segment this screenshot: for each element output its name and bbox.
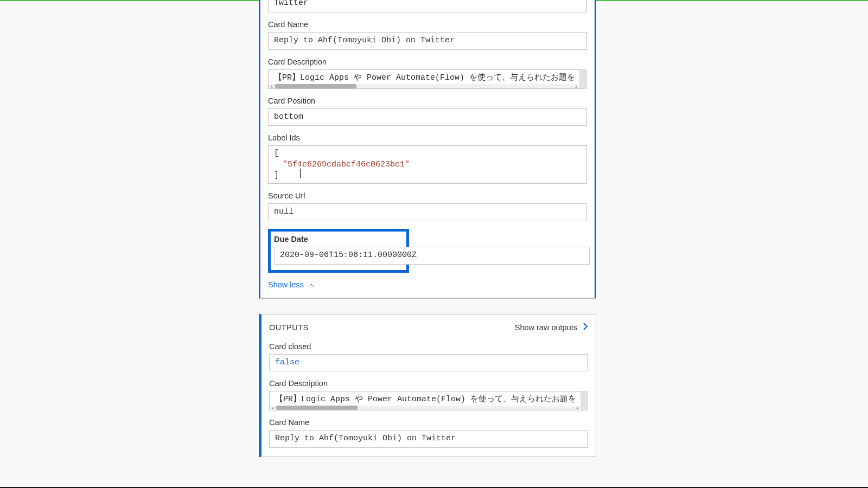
vertical-spin-control[interactable]: ˄ ˅ [579, 70, 587, 88]
spin-up-icon[interactable]: ˄ [580, 392, 588, 397]
field-card-name: Card Name Reply to Ahf(Tomoyuki Obi) on … [268, 20, 587, 50]
field-list: Twitter [268, 0, 587, 12]
field-source-url: Source Url null [268, 191, 587, 221]
json-close-bracket: ] [274, 170, 581, 181]
json-open-bracket: [ [274, 148, 581, 159]
card-description-input[interactable]: 【PR】Logic Apps や Power Automate(Flow) を使… [268, 69, 587, 89]
run-details-column: Twitter Card Name Reply to Ahf(Tomoyuki … [259, 0, 596, 488]
field-output-card-description: Card Description 【PR】Logic Apps や Power … [269, 379, 588, 410]
outputs-panel: OUTPUTS Show raw outputs Card closed fal… [259, 314, 596, 458]
scroll-right-icon[interactable]: › [573, 84, 579, 89]
source-url-label: Source Url [268, 191, 587, 200]
outputs-header: OUTPUTS Show raw outputs [269, 314, 588, 340]
horizontal-scrollbar-thumb[interactable] [276, 406, 358, 410]
scroll-right-icon[interactable]: › [575, 405, 580, 410]
card-closed-value: false [275, 358, 299, 367]
output-card-name-input[interactable]: Reply to Ahf(Tomoyuki Obi) on Twitter [269, 430, 588, 448]
scroll-left-icon[interactable]: ‹ [269, 84, 275, 89]
panel-gap [259, 299, 596, 314]
field-output-card-name: Card Name Reply to Ahf(Tomoyuki Obi) on … [269, 418, 588, 448]
card-description-label: Card Description [268, 57, 587, 66]
show-raw-outputs-link[interactable]: Show raw outputs [515, 322, 588, 333]
show-less-text: Show less [268, 280, 304, 289]
card-description-text: 【PR】Logic Apps や Power Automate(Flow) を使… [274, 73, 575, 82]
json-string-value: "5f4e6269cdabcf46c0623bc1" [283, 159, 581, 170]
due-date-label: Due Date [274, 235, 402, 243]
card-position-label: Card Position [268, 97, 587, 105]
show-raw-outputs-text: Show raw outputs [515, 323, 577, 332]
outputs-title: OUTPUTS [269, 323, 309, 332]
source-url-input[interactable]: null [268, 203, 587, 221]
card-closed-input[interactable]: false [269, 354, 588, 372]
field-card-description: Card Description 【PR】Logic Apps や Power … [268, 57, 587, 89]
field-label-ids: Label Ids [ "5f4e6269cdabcf46c0623bc1" ] [268, 133, 587, 184]
card-closed-label: Card closed [269, 342, 588, 351]
due-date-input[interactable]: 2020-09-06T15:06:11.0000000Z [274, 247, 590, 265]
chevron-up-icon [308, 281, 315, 290]
label-ids-label: Label Ids [268, 133, 587, 142]
spin-down-icon[interactable]: ˅ [580, 404, 588, 409]
vertical-spin-control[interactable]: ˄ ˅ [580, 391, 588, 410]
field-card-closed: Card closed false [269, 342, 588, 372]
output-card-description-text: 【PR】Logic Apps や Power Automate(Flow) を使… [275, 395, 576, 404]
horizontal-scrollbar-thumb[interactable] [275, 84, 356, 88]
spin-down-icon[interactable]: ˅ [579, 83, 587, 88]
text-caret-icon [300, 169, 301, 178]
spin-up-icon[interactable]: ˄ [579, 70, 587, 75]
inputs-panel: Twitter Card Name Reply to Ahf(Tomoyuki … [259, 0, 596, 299]
output-card-name-label: Card Name [269, 418, 588, 427]
label-ids-input[interactable]: [ "5f4e6269cdabcf46c0623bc1" ] [268, 145, 587, 184]
list-input[interactable]: Twitter [268, 0, 587, 12]
output-card-description-input[interactable]: 【PR】Logic Apps や Power Automate(Flow) を使… [269, 391, 588, 410]
card-name-input[interactable]: Reply to Ahf(Tomoyuki Obi) on Twitter [268, 32, 587, 50]
chevron-right-icon [583, 322, 588, 333]
due-date-highlight-wrap: Due Date 2020-09-06T15:06:11.0000000Z [268, 229, 587, 273]
card-name-label: Card Name [268, 20, 587, 29]
show-less-link[interactable]: Show less [268, 280, 315, 289]
field-card-position: Card Position bottom [268, 97, 587, 126]
due-date-highlight-frame: Due Date 2020-09-06T15:06:11.0000000Z [268, 229, 409, 273]
card-position-input[interactable]: bottom [268, 108, 587, 126]
scroll-left-icon[interactable]: ‹ [270, 405, 276, 410]
output-card-description-label: Card Description [269, 379, 588, 388]
